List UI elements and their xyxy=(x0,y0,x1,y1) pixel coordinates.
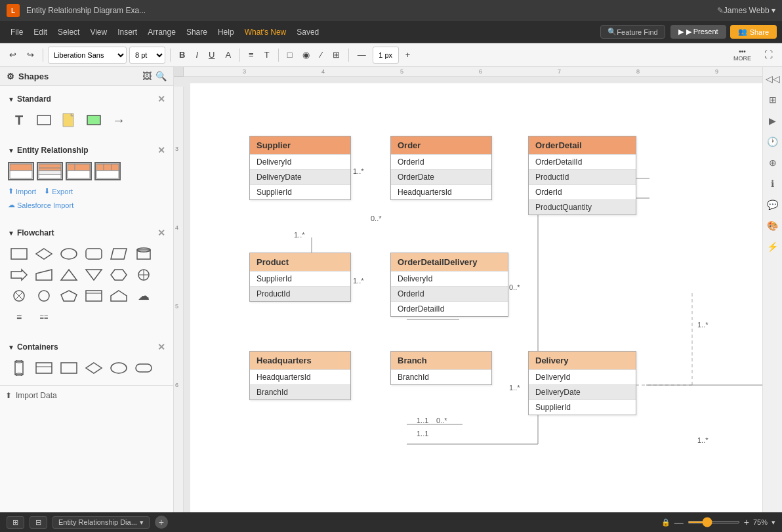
entity-headquarters[interactable]: Headquarters HeadquartersId BranchId xyxy=(249,351,351,400)
fc-pentagon[interactable] xyxy=(58,287,80,305)
arrow-shape[interactable]: → xyxy=(108,111,130,129)
fc-ellipse[interactable] xyxy=(58,245,80,263)
px-input[interactable] xyxy=(373,47,399,64)
fc-circle-plus[interactable] xyxy=(133,266,155,284)
search-shapes-icon[interactable]: 🔍 xyxy=(155,71,167,81)
menu-whats-new[interactable]: What's New xyxy=(239,25,292,39)
fill-color-button[interactable]: ◉ xyxy=(298,47,314,62)
fc-list-1[interactable]: ≡ xyxy=(8,308,30,326)
align-v-button[interactable]: T xyxy=(260,47,274,62)
fc-diamond[interactable] xyxy=(33,245,55,263)
format-panel-icon[interactable]: ⊞ xyxy=(765,92,781,108)
undo-button[interactable]: ↩ xyxy=(5,47,20,62)
fc-rect[interactable] xyxy=(8,245,30,263)
menu-help[interactable]: Help xyxy=(213,25,239,39)
salesforce-import-link[interactable]: ☁ Salesforce Import xyxy=(8,201,165,209)
fullscreen-button[interactable]: ⛶ xyxy=(760,47,777,62)
menu-arrange[interactable]: Arrange xyxy=(142,25,181,39)
align-h-button[interactable]: ≡ xyxy=(245,47,258,62)
entity-orderdetaildelivery[interactable]: OrderDetailDelivery DeliveryId OrderId O… xyxy=(390,253,508,317)
menu-file[interactable]: File xyxy=(5,25,28,39)
er-shape-1[interactable] xyxy=(8,162,34,180)
image-search-icon[interactable]: 🖼 xyxy=(142,71,152,81)
fc-rounded-rect[interactable] xyxy=(83,245,105,263)
close-er-icon[interactable]: ✕ xyxy=(157,145,165,155)
plugin-icon[interactable]: ⚡ xyxy=(765,239,781,255)
expand-panel-icon[interactable]: ◁◁ xyxy=(765,71,781,87)
rect-shape[interactable] xyxy=(33,111,55,129)
chat-icon[interactable]: 💬 xyxy=(765,197,781,213)
fc-circle-x[interactable] xyxy=(8,287,30,305)
fc-circle[interactable] xyxy=(33,287,55,305)
timer-icon[interactable]: 🕐 xyxy=(765,134,781,150)
er-shape-2[interactable] xyxy=(37,162,63,180)
share-button[interactable]: 👥 Share xyxy=(730,25,777,39)
tab-dropdown-icon[interactable]: ▾ xyxy=(140,518,144,527)
fc-arrow-right[interactable] xyxy=(8,266,30,284)
menu-edit[interactable]: Edit xyxy=(28,25,52,39)
ct-stadium[interactable] xyxy=(133,359,155,377)
zoom-out-button[interactable]: — xyxy=(674,517,684,527)
import-data-button[interactable]: ⬆ Import Data xyxy=(0,385,173,405)
fc-cylinder[interactable] xyxy=(133,245,155,263)
underline-button[interactable]: U xyxy=(205,47,218,62)
font-size-select[interactable]: 8 pt xyxy=(129,47,165,64)
er-shape-4[interactable] xyxy=(94,162,121,180)
add-page-button[interactable]: + xyxy=(155,516,168,529)
er-shape-3[interactable] xyxy=(66,162,92,180)
entity-orderdetail[interactable]: OrderDetail OrderDetailId ProductId Orde… xyxy=(528,136,636,215)
entity-branch[interactable]: Branch BranchId xyxy=(390,351,492,385)
paint-icon[interactable]: 🎨 xyxy=(765,218,781,234)
text-shape[interactable]: T xyxy=(8,111,30,129)
ct-diamond[interactable] xyxy=(83,359,105,377)
fc-inverted-triangle[interactable] xyxy=(83,266,105,284)
bold-button[interactable]: B xyxy=(175,47,189,62)
italic-button[interactable]: I xyxy=(192,47,202,62)
edit-title-icon[interactable]: ✎ xyxy=(717,6,724,15)
grid-view-button[interactable]: ⊞ xyxy=(7,516,24,529)
font-family-select[interactable]: Liberation Sans xyxy=(48,47,127,64)
info-icon[interactable]: ℹ xyxy=(765,176,781,192)
ct-cylinder[interactable] xyxy=(8,359,30,377)
diagram-tab[interactable]: Entity Relationship Dia... ▾ xyxy=(52,516,150,529)
export-link[interactable]: ⬇ Export xyxy=(44,187,73,195)
waypoint-button[interactable]: + xyxy=(401,47,415,62)
ct-ellipse[interactable] xyxy=(108,359,130,377)
note-shape[interactable] xyxy=(58,111,80,129)
layers-icon[interactable]: ⊕ xyxy=(765,155,781,171)
fc-manual-input[interactable] xyxy=(33,266,55,284)
er-section-header[interactable]: ▼Entity Relationship ✕ xyxy=(5,142,168,159)
close-flowchart-icon[interactable]: ✕ xyxy=(157,228,165,238)
fc-hexagon[interactable] xyxy=(108,266,130,284)
menu-insert[interactable]: Insert xyxy=(112,25,142,39)
line-style-button[interactable]: — xyxy=(354,47,370,62)
close-standard-icon[interactable]: ✕ xyxy=(157,94,165,104)
entity-product[interactable]: Product SupplierId ProductId xyxy=(249,253,351,302)
line-color-button[interactable]: ⁄ xyxy=(316,47,325,62)
effects-button[interactable]: ⊞ xyxy=(329,47,344,62)
diagram-canvas[interactable]: 1..1 0..1 0..1 1..* 0..* 1..* 1..* 1..* … xyxy=(190,83,762,512)
zoom-slider[interactable] xyxy=(688,521,740,523)
close-containers-icon[interactable]: ✕ xyxy=(157,342,165,352)
flowchart-section-header[interactable]: ▼Flowchart ✕ xyxy=(5,225,168,242)
fc-list-2[interactable]: ≡≡ xyxy=(33,308,55,326)
layout-view-button[interactable]: ⊟ xyxy=(30,516,47,529)
entity-delivery[interactable]: Delivery DeliveryId DeliveryDate Supplie… xyxy=(528,351,636,415)
font-color-button[interactable]: A xyxy=(221,47,235,62)
zoom-dropdown-icon[interactable]: ▾ xyxy=(772,518,775,527)
fc-rect2[interactable] xyxy=(83,287,105,305)
fc-cloud[interactable]: ☁ xyxy=(133,287,155,305)
menu-share[interactable]: Share xyxy=(181,25,213,39)
menu-select[interactable]: Select xyxy=(52,25,85,39)
entity-order[interactable]: Order OrderId OrderDate HeadquartersId xyxy=(390,136,492,200)
ct-rect[interactable] xyxy=(58,359,80,377)
feature-find-button[interactable]: 🔍 Feature Find xyxy=(600,25,665,39)
present-button[interactable]: ▶ ▶ Present xyxy=(670,25,726,39)
standard-section-header[interactable]: ▼Standard ✕ xyxy=(5,91,168,108)
import-link[interactable]: ⬆ Import xyxy=(8,187,36,195)
more-button[interactable]: ••• MORE xyxy=(730,45,755,64)
redo-button[interactable]: ↪ xyxy=(23,47,38,62)
fc-house[interactable] xyxy=(108,287,130,305)
green-rect-shape[interactable] xyxy=(83,111,105,129)
canvas-area[interactable]: 3 4 5 6 7 8 9 3 4 5 6 xyxy=(174,67,762,512)
